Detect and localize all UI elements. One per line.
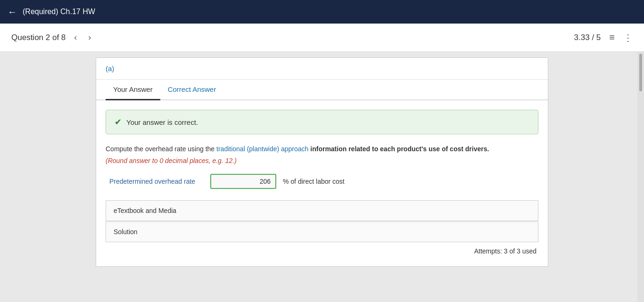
card-body: ✔ Your answer is correct. Compute the ov…	[96, 100, 548, 266]
solution-row[interactable]: Solution	[106, 221, 538, 242]
problem-description: Compute the overhead rate using the trad…	[106, 144, 538, 154]
next-question-button[interactable]: ›	[85, 31, 94, 44]
part-label: (a)	[106, 65, 114, 73]
scrollbar[interactable]	[637, 52, 644, 302]
round-note: (Round answer to 0 decimal places, e.g. …	[106, 157, 538, 164]
back-button[interactable]: ←	[8, 7, 17, 17]
unit-label: % of direct labor cost	[283, 178, 345, 185]
part-header: (a)	[96, 58, 548, 80]
more-options-icon[interactable]: ⋮	[623, 32, 633, 43]
etextbook-row[interactable]: eTextbook and Media	[106, 200, 538, 221]
correct-banner: ✔ Your answer is correct.	[106, 110, 538, 134]
question-nav-right: 3.33 / 5 ≡ ⋮	[574, 32, 633, 43]
list-icon[interactable]: ≡	[609, 32, 615, 43]
scrollbar-thumb[interactable]	[639, 54, 642, 91]
answer-tabs: Your Answer Correct Answer	[96, 80, 548, 100]
question-label: Question 2 of 8	[11, 33, 66, 42]
content-card: (a) Your Answer Correct Answer ✔ Your an…	[96, 57, 548, 267]
top-nav-bar: ← (Required) Ch.17 HW	[0, 0, 644, 24]
overhead-rate-label: Predetermined overhead rate	[109, 178, 204, 185]
question-nav-left: Question 2 of 8 ‹ ›	[11, 31, 94, 44]
score-display: 3.33 / 5	[574, 33, 601, 42]
question-header: Question 2 of 8 ‹ › 3.33 / 5 ≡ ⋮	[0, 24, 644, 52]
main-content: (a) Your Answer Correct Answer ✔ Your an…	[0, 52, 644, 302]
tab-correct-answer[interactable]: Correct Answer	[160, 80, 224, 100]
prev-question-button[interactable]: ‹	[71, 31, 80, 44]
attempts-text: Attempts: 3 of 3 used	[106, 243, 538, 257]
input-row: Predetermined overhead rate % of direct …	[106, 174, 538, 189]
correct-text: Your answer is correct.	[126, 118, 198, 126]
page-title: (Required) Ch.17 HW	[23, 8, 95, 16]
tab-your-answer[interactable]: Your Answer	[106, 80, 160, 100]
overhead-rate-input[interactable]	[210, 174, 276, 189]
check-icon: ✔	[115, 117, 122, 127]
